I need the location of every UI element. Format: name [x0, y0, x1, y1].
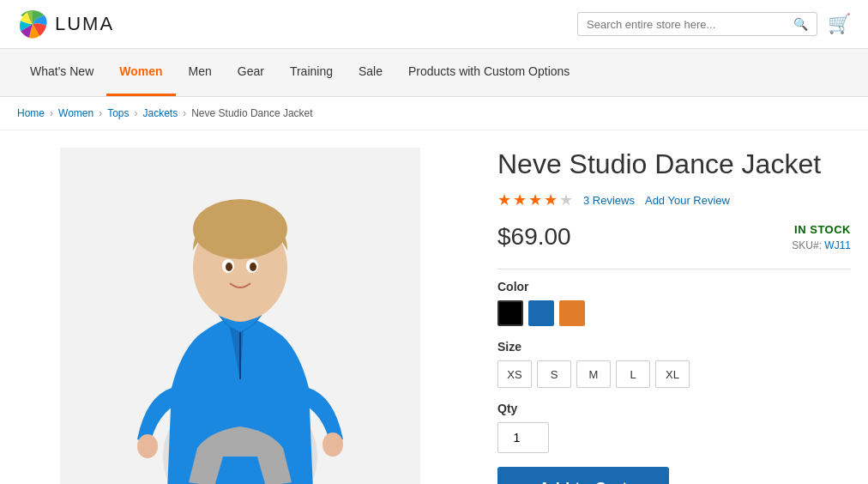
search-box[interactable]: 🔍 [577, 12, 817, 36]
logo-text: LUMA [55, 13, 114, 35]
size-l[interactable]: L [616, 360, 650, 388]
search-icon[interactable]: 🔍 [793, 17, 808, 31]
rating-row: ★ ★ ★ ★ ★ 3 Reviews Add Your Review [497, 191, 851, 209]
cart-icon[interactable]: 🛒 [828, 13, 851, 35]
breadcrumb-current: Neve Studio Dance Jacket [191, 107, 312, 119]
size-options: XS S M L XL [497, 360, 851, 388]
product-image-svg [60, 148, 420, 484]
reviews-link[interactable]: 3 Reviews [583, 194, 635, 207]
star-5: ★ [559, 191, 573, 209]
color-swatch-black[interactable] [497, 300, 523, 326]
add-review-link[interactable]: Add Your Review [645, 194, 730, 207]
color-swatch-blue[interactable] [528, 300, 554, 326]
size-s[interactable]: S [537, 360, 571, 388]
star-2: ★ [513, 191, 527, 209]
size-label: Size [497, 340, 851, 354]
header-right: 🔍 🛒 [577, 12, 851, 36]
svg-point-12 [322, 433, 343, 457]
nav-item-gear[interactable]: Gear [225, 49, 277, 96]
color-label: Color [497, 280, 851, 293]
search-input[interactable] [587, 18, 793, 31]
svg-point-11 [137, 434, 158, 458]
nav-item-whats-new[interactable]: What's New [17, 49, 106, 96]
sku-value[interactable]: WJ11 [824, 239, 851, 251]
nav-item-sale[interactable]: Sale [346, 49, 395, 96]
qty-input[interactable] [497, 422, 549, 453]
sku: SKU#: WJ11 [792, 239, 851, 251]
nav-item-custom-options[interactable]: Products with Custom Options [395, 49, 582, 96]
size-xs[interactable]: XS [497, 360, 532, 388]
sku-label: SKU#: [792, 239, 822, 251]
product-title: Neve Studio Dance Jacket [497, 148, 851, 180]
size-m[interactable]: M [576, 360, 611, 388]
star-3: ★ [528, 191, 542, 209]
breadcrumb-sep-1: › [50, 107, 53, 119]
breadcrumb-jackets[interactable]: Jackets [143, 107, 178, 119]
logo-icon [17, 9, 48, 39]
add-to-cart-button[interactable]: Add to Cart [497, 467, 669, 484]
color-swatch-orange[interactable] [559, 300, 585, 326]
qty-label: Qty [497, 402, 851, 415]
price-stock-row: $69.00 IN STOCK SKU#: WJ11 [497, 223, 851, 251]
star-1: ★ [497, 191, 511, 209]
breadcrumb: Home › Women › Tops › Jackets › Neve Stu… [0, 97, 868, 130]
product-price: $69.00 [497, 223, 571, 251]
nav-item-men[interactable]: Men [176, 49, 225, 96]
main-content: Neve Studio Dance Jacket ★ ★ ★ ★ ★ 3 Rev… [0, 130, 868, 484]
size-xl[interactable]: XL [655, 360, 690, 388]
product-info: Neve Studio Dance Jacket ★ ★ ★ ★ ★ 3 Rev… [497, 148, 851, 484]
star-4: ★ [544, 191, 558, 209]
product-image-container [17, 148, 463, 484]
breadcrumb-sep-3: › [135, 107, 138, 119]
stock-sku: IN STOCK SKU#: WJ11 [792, 223, 851, 251]
color-swatches [497, 300, 851, 326]
breadcrumb-sep-4: › [183, 107, 186, 119]
breadcrumb-tops[interactable]: Tops [107, 107, 129, 119]
header: LUMA 🔍 🛒 [0, 0, 868, 49]
breadcrumb-home[interactable]: Home [17, 107, 45, 119]
breadcrumb-sep-2: › [99, 107, 102, 119]
breadcrumb-women[interactable]: Women [58, 107, 93, 119]
logo[interactable]: LUMA [17, 9, 114, 39]
svg-point-10 [250, 263, 256, 271]
stock-status: IN STOCK [792, 223, 851, 236]
divider [497, 269, 851, 269]
qty-row: Qty [497, 402, 851, 453]
svg-point-9 [226, 263, 232, 271]
stars: ★ ★ ★ ★ ★ [497, 191, 573, 209]
main-nav: What's New Women Men Gear Training Sale … [0, 49, 868, 97]
product-image [60, 148, 420, 484]
nav-item-women[interactable]: Women [106, 49, 175, 96]
nav-item-training[interactable]: Training [277, 49, 346, 96]
